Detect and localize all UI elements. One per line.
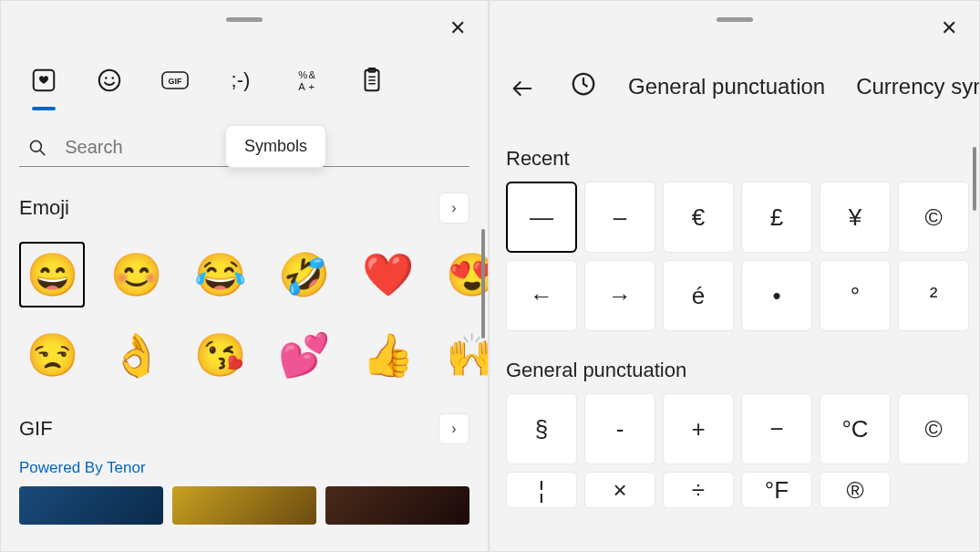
emoji-item[interactable]: 😘 [187, 322, 253, 388]
tab-kaomoji[interactable]: ;-) [225, 65, 256, 96]
emoji-section-title: Emoji [19, 196, 69, 220]
tab-clipboard[interactable] [356, 65, 387, 96]
symbol-item[interactable]: - [584, 393, 655, 464]
symbol-item[interactable]: ° [820, 260, 891, 331]
symbol-item[interactable]: °F [741, 472, 812, 508]
scrollbar[interactable] [481, 229, 485, 338]
sticker-heart-icon [30, 67, 57, 94]
symbol-item[interactable]: © [898, 182, 969, 253]
emoji-item[interactable]: 😂 [187, 242, 253, 307]
general-symbol-grid: § - + − °C © ¦ × ÷ °F ® [490, 393, 979, 508]
symbol-item[interactable]: °C [820, 393, 891, 464]
symbol-item[interactable]: € [663, 182, 734, 253]
tab-currency-symbols[interactable]: Currency symbols [856, 74, 979, 105]
clock-icon [570, 70, 597, 98]
symbol-item[interactable]: — [506, 182, 577, 253]
search-icon [28, 138, 46, 158]
svg-text:%: % [298, 69, 307, 80]
kaomoji-icon: ;-) [232, 68, 251, 92]
symbol-item[interactable]: • [741, 260, 812, 331]
svg-text:GIF: GIF [169, 77, 183, 86]
emoji-item[interactable]: 💕 [271, 322, 336, 388]
drag-handle[interactable] [717, 17, 753, 22]
recent-section-title: Recent [490, 109, 979, 182]
gif-thumb[interactable] [19, 486, 163, 525]
close-button[interactable]: ✕ [935, 17, 963, 39]
emoji-item[interactable]: ❤️ [355, 242, 420, 307]
back-button[interactable] [506, 72, 539, 108]
symbols-icon: %&A+ [293, 67, 320, 94]
drag-handle[interactable] [226, 17, 263, 22]
arrow-left-icon [510, 76, 535, 101]
gif-section-title: GIF [19, 417, 53, 441]
symbol-item[interactable]: ÷ [663, 472, 734, 508]
emoji-item[interactable]: 😊 [103, 242, 169, 307]
tab-recent[interactable] [570, 70, 597, 109]
gif-provider-link[interactable]: Powered By Tenor [1, 453, 488, 486]
emoji-section-header: Emoji › [1, 167, 488, 233]
svg-text:&: & [309, 69, 316, 80]
gif-row [1, 486, 488, 525]
svg-point-1 [99, 70, 120, 91]
gif-icon: GIF [161, 67, 189, 94]
symbol-item[interactable]: ¥ [820, 182, 891, 253]
symbols-tooltip: Symbols [225, 125, 326, 168]
symbol-item[interactable]: – [584, 182, 655, 253]
tab-general-punctuation[interactable]: General punctuation [628, 74, 825, 105]
symbol-item[interactable]: + [663, 393, 734, 464]
tab-smiley[interactable] [94, 65, 125, 96]
symbol-item[interactable]: ¦ [506, 472, 577, 508]
chevron-right-icon: › [451, 421, 456, 437]
close-button[interactable]: ✕ [444, 17, 471, 39]
symbol-item[interactable]: © [898, 393, 969, 464]
tab-bar: GIF ;-) %&A+ [1, 1, 488, 96]
symbol-item[interactable]: × [584, 472, 655, 508]
recent-symbol-grid: — – € £ ¥ © ← → é • ° ² [490, 182, 979, 331]
svg-point-2 [105, 77, 108, 79]
gif-section-header: GIF › [1, 388, 488, 453]
gif-thumb[interactable] [172, 486, 316, 525]
gif-expand-button[interactable]: › [438, 413, 469, 444]
emoji-item[interactable]: 👌 [103, 322, 169, 388]
emoji-grid: 😄 😊 😂 🤣 ❤️ 😍 😒 👌 😘 💕 👍 🙌 [1, 233, 488, 388]
symbols-panel: ✕ General punctuation Currency symbols R… [489, 0, 980, 552]
tab-symbols[interactable]: %&A+ [291, 65, 322, 96]
symbol-item[interactable]: − [741, 393, 812, 464]
emoji-item[interactable]: 🤣 [271, 242, 336, 307]
symbol-item[interactable]: é [663, 260, 734, 331]
symbol-item[interactable]: § [506, 393, 577, 464]
symbol-item[interactable]: ← [506, 260, 577, 331]
scrollbar[interactable] [973, 147, 976, 211]
symbol-item[interactable]: ® [820, 472, 891, 508]
svg-point-3 [112, 77, 115, 79]
emoji-panel: ✕ GIF ;-) %&A+ Symbols [0, 0, 489, 552]
symbol-item[interactable]: ² [898, 260, 969, 331]
gif-thumb[interactable] [325, 486, 469, 525]
svg-line-16 [40, 150, 45, 154]
emoji-item[interactable]: 👍 [355, 322, 420, 388]
clipboard-icon [358, 67, 386, 94]
svg-text:+: + [309, 81, 315, 92]
general-section-title: General punctuation [490, 331, 979, 393]
symbol-item[interactable]: → [584, 260, 655, 331]
emoji-expand-button[interactable]: › [438, 193, 469, 224]
emoji-item[interactable]: 😄 [19, 242, 85, 307]
emoji-item[interactable]: 😒 [19, 322, 85, 388]
chevron-right-icon: › [451, 200, 456, 216]
tab-gif[interactable]: GIF [160, 65, 191, 96]
smiley-icon [96, 67, 123, 94]
symbol-item[interactable]: £ [741, 182, 812, 253]
tab-emoji[interactable] [28, 65, 59, 96]
svg-text:A: A [298, 81, 305, 92]
